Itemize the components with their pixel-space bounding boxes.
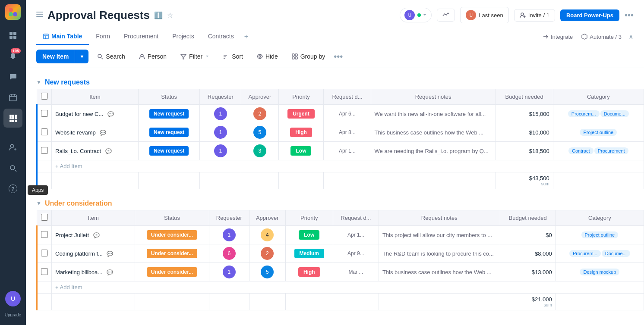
row-priority[interactable]: High: [278, 123, 324, 142]
row-select-checkbox[interactable]: [41, 268, 48, 275]
category-tag[interactable]: Docume...: [600, 110, 629, 117]
sidebar-item-apps[interactable]: [3, 109, 22, 128]
activity-btn[interactable]: [437, 9, 455, 22]
sidebar-item-calendar[interactable]: [3, 88, 22, 107]
row-select-checkbox[interactable]: [41, 231, 48, 238]
row-item[interactable]: Website revamp 💬: [52, 123, 139, 142]
row-item[interactable]: Coding platform f... 💬: [52, 244, 135, 263]
row-select-checkbox[interactable]: [41, 147, 48, 154]
row-item[interactable]: Project Juliett 💬: [52, 226, 135, 244]
tab-contracts[interactable]: Contracts: [201, 28, 241, 45]
category-tag[interactable]: Project outline: [581, 231, 619, 238]
row-status[interactable]: New request: [138, 105, 199, 123]
row-status[interactable]: Under consider...: [135, 226, 209, 244]
add-comment-icon[interactable]: 💬: [107, 111, 114, 117]
row-approver[interactable]: 5: [241, 123, 278, 142]
info-icon[interactable]: ℹ️: [154, 11, 163, 19]
row-status[interactable]: New request: [138, 142, 199, 160]
group-header-new-requests[interactable]: ▼ New requests: [36, 76, 644, 89]
add-comment-icon[interactable]: 💬: [105, 148, 112, 154]
avatar-group-btn[interactable]: U: [400, 8, 432, 22]
row-approver[interactable]: 4: [249, 226, 285, 244]
automate-btn[interactable]: Automate / 3: [580, 31, 623, 43]
row-priority[interactable]: High: [285, 263, 333, 281]
add-item-btn[interactable]: + Add Item: [52, 281, 644, 294]
user-avatar[interactable]: U: [5, 291, 21, 306]
category-tag[interactable]: Design mockup: [580, 269, 619, 275]
sidebar-item-chat[interactable]: [3, 67, 22, 86]
new-item-main-label[interactable]: New Item: [36, 50, 75, 63]
row-priority[interactable]: Medium: [285, 244, 333, 263]
collapse-tabs-btn[interactable]: ∧: [628, 33, 634, 41]
sidebar-item-help[interactable]: ?: [3, 179, 22, 198]
row-status[interactable]: Under consider...: [135, 244, 209, 263]
group-by-btn[interactable]: Group by: [287, 50, 331, 63]
row-requester[interactable]: 1: [209, 226, 249, 244]
sidebar-toggle[interactable]: [36, 11, 43, 19]
add-comment-icon[interactable]: 💬: [93, 232, 100, 238]
row-approver[interactable]: 2: [249, 244, 285, 263]
integrate-btn[interactable]: Integrate: [541, 31, 575, 43]
category-tag[interactable]: Contract: [568, 147, 593, 154]
tab-procurement[interactable]: Procurement: [117, 28, 165, 45]
row-priority[interactable]: Low: [278, 142, 324, 160]
filter-btn[interactable]: Filter: [175, 50, 215, 63]
row-select-checkbox[interactable]: [41, 250, 48, 256]
row-approver[interactable]: 3: [241, 142, 278, 160]
row-approver[interactable]: 2: [241, 105, 278, 123]
row-item[interactable]: Marketing billboa... 💬: [52, 263, 135, 281]
row-requester[interactable]: 1: [200, 142, 241, 160]
sidebar-item-search[interactable]: [3, 159, 22, 178]
row-requester[interactable]: 1: [209, 263, 249, 281]
category-tag[interactable]: Project outline: [580, 129, 617, 136]
select-all-checkbox[interactable]: [41, 93, 48, 100]
category-tag[interactable]: Procurem...: [569, 250, 601, 257]
sidebar-item-notifications[interactable]: 105: [3, 47, 22, 66]
search-btn[interactable]: Search: [92, 50, 130, 63]
new-item-arrow[interactable]: ▼: [75, 50, 88, 62]
group-chevron-new[interactable]: ▼: [36, 79, 41, 85]
status-badge[interactable]: New request: [149, 128, 189, 137]
tab-add-btn[interactable]: +: [241, 28, 252, 45]
sort-btn[interactable]: Sort: [218, 50, 248, 63]
row-item[interactable]: Budget for new C... 💬: [52, 105, 139, 123]
last-seen-btn[interactable]: U Last seen: [460, 7, 508, 23]
status-badge[interactable]: New request: [149, 109, 189, 119]
invite-btn[interactable]: Invite / 1: [514, 9, 555, 22]
logo[interactable]: [5, 4, 21, 20]
sidebar-item-add-user[interactable]: [3, 138, 22, 157]
row-priority[interactable]: Urgent: [278, 105, 324, 123]
header-more-btn[interactable]: •••: [625, 10, 634, 20]
board-powerups-btn[interactable]: Board Power-Ups: [560, 9, 619, 21]
toolbar-more-btn[interactable]: •••: [334, 52, 343, 62]
category-tag[interactable]: Procurem...: [568, 110, 600, 117]
hide-btn[interactable]: Hide: [252, 50, 283, 63]
status-badge[interactable]: New request: [149, 146, 189, 156]
row-requester[interactable]: 6: [209, 244, 249, 263]
status-badge[interactable]: Under consider...: [147, 230, 197, 240]
row-status[interactable]: New request: [138, 123, 199, 142]
star-icon[interactable]: ☆: [167, 11, 173, 19]
row-requester[interactable]: 1: [200, 123, 241, 142]
select-all-checkbox-2[interactable]: [41, 214, 48, 221]
add-comment-icon[interactable]: 💬: [100, 130, 106, 136]
row-item[interactable]: Rails_i.o. Contract 💬: [52, 142, 139, 160]
row-select-checkbox[interactable]: [41, 128, 48, 135]
tab-projects[interactable]: Projects: [165, 28, 201, 45]
tab-form[interactable]: Form: [89, 28, 117, 45]
add-comment-icon[interactable]: 💬: [107, 269, 113, 275]
add-comment-icon[interactable]: 💬: [107, 251, 113, 257]
status-badge[interactable]: Under consider...: [147, 267, 197, 277]
group-chevron-under[interactable]: ▼: [36, 200, 41, 206]
tab-main-table[interactable]: Main Table: [36, 28, 89, 45]
person-btn[interactable]: Person: [134, 50, 172, 63]
row-priority[interactable]: Low: [285, 226, 333, 244]
sidebar-item-grid[interactable]: [3, 26, 22, 45]
row-select-checkbox[interactable]: [41, 110, 48, 117]
row-requester[interactable]: 1: [200, 105, 241, 123]
category-tag[interactable]: Procurement: [594, 147, 628, 154]
row-approver[interactable]: 5: [249, 263, 285, 281]
status-badge[interactable]: Under consider...: [147, 249, 197, 258]
group-header-under[interactable]: ▼ Under consideration: [36, 197, 644, 210]
category-tag[interactable]: Docume...: [602, 250, 630, 257]
